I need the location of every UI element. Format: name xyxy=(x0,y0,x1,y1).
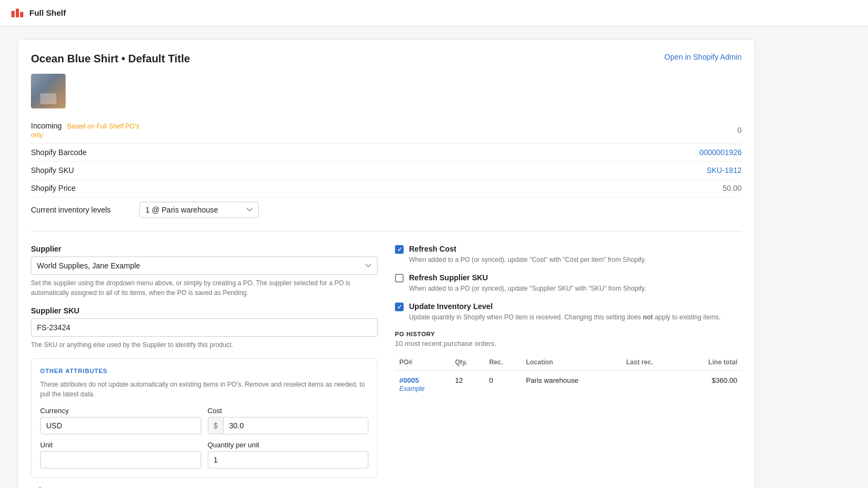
qty-per-unit-input[interactable] xyxy=(208,451,369,468)
inventory-label: Current inventory levels xyxy=(31,206,139,214)
refresh-cost-desc: When added to a PO (or synced), update "… xyxy=(409,255,646,265)
table-row: #0005 Example 12 0 Paris warehouse $360.… xyxy=(395,371,742,399)
currency-label: Currency xyxy=(40,407,201,415)
po-location-cell: Paris warehouse xyxy=(521,371,622,399)
topbar: Full Shelf xyxy=(0,0,868,26)
po-history-subtitle: 10 most recent purchase orders. xyxy=(395,339,742,348)
product-card: Ocean Blue Shirt • Default Title Open in… xyxy=(17,39,755,488)
update-inventory-checkmark: ✓ xyxy=(397,304,402,310)
product-title: Ocean Blue Shirt • Default Title xyxy=(31,53,190,65)
product-image xyxy=(31,74,66,108)
barcode-value: 0000001926 xyxy=(139,148,742,157)
price-row: Shopify Price 50.00 xyxy=(31,179,742,197)
cost-input-wrapper: $ xyxy=(208,417,369,434)
sku-label: Shopify SKU xyxy=(31,166,139,175)
po-qty-cell: 12 xyxy=(451,371,485,399)
col-location: Location xyxy=(521,354,622,371)
col-line-total: Line total xyxy=(680,354,742,371)
update-inventory-title: Update Inventory Level xyxy=(409,302,720,311)
right-column: ✓ Refresh Cost When added to a PO (or sy… xyxy=(395,245,742,398)
refresh-cost-title: Refresh Cost xyxy=(409,245,646,253)
main-content: Ocean Blue Shirt • Default Title Open in… xyxy=(0,26,868,488)
refresh-sku-content: Refresh Supplier SKU When added to a PO … xyxy=(409,273,646,293)
col-po-num: PO# xyxy=(395,354,451,371)
price-label: Shopify Price xyxy=(31,184,139,192)
currency-group: Currency xyxy=(40,407,201,434)
logo-icon xyxy=(9,7,26,20)
po-history-title: PO HISTORY xyxy=(395,331,742,337)
attr-grid: Currency Cost $ Unit xyxy=(40,407,368,468)
cost-label: Cost xyxy=(208,407,369,415)
po-history-section: PO HISTORY 10 most recent purchase order… xyxy=(395,331,742,398)
inventory-select[interactable]: 1 @ Paris warehouse xyxy=(139,202,259,218)
section-divider xyxy=(31,231,742,232)
update-inventory-content: Update Inventory Level Update quantity i… xyxy=(409,302,720,322)
supplier-label: Supplier xyxy=(31,245,378,253)
col-qty: Qty. xyxy=(451,354,485,371)
other-attributes-box: OTHER ATTRIBUTES These attributes do not… xyxy=(31,358,378,478)
po-num-link[interactable]: #0005 xyxy=(399,376,446,384)
update-inventory-desc: Update quantity in Shopify when PO item … xyxy=(409,312,720,322)
qty-per-unit-group: Quantity per unit xyxy=(208,441,369,468)
refresh-sku-checkbox[interactable]: ✓ xyxy=(395,274,404,282)
po-line-total-cell: $360.00 xyxy=(680,371,742,399)
update-inventory-checkbox[interactable]: ✓ xyxy=(395,303,404,311)
refresh-sku-row: ✓ Refresh Supplier SKU When added to a P… xyxy=(395,273,742,293)
cost-input[interactable] xyxy=(224,418,368,434)
price-value: 50.00 xyxy=(139,184,742,192)
supplier-sku-group: Supplier SKU The SKU or anything else us… xyxy=(31,306,378,350)
refresh-cost-content: Refresh Cost When added to a PO (or sync… xyxy=(409,245,646,265)
supplier-group: Supplier World Supplies, Jane Example Se… xyxy=(31,245,378,298)
inventory-row: Current inventory levels 1 @ Paris wareh… xyxy=(31,197,742,222)
supplier-sku-input[interactable] xyxy=(31,318,378,337)
col-rec: Rec. xyxy=(485,354,522,371)
details-grid: Supplier World Supplies, Jane Example Se… xyxy=(31,245,742,488)
po-history-table: PO# Qty. Rec. Location Last rec. Line to… xyxy=(395,354,742,398)
supplier-hint: Set the supplier using the dropdown menu… xyxy=(31,278,378,298)
incoming-value: 0 xyxy=(139,126,742,134)
cost-prefix: $ xyxy=(208,418,224,434)
po-table-header: PO# Qty. Rec. Location Last rec. Line to… xyxy=(395,354,742,371)
refresh-sku-desc: When added to a PO (or synced), update "… xyxy=(409,284,646,293)
product-header: Ocean Blue Shirt • Default Title Open in… xyxy=(31,53,742,65)
currency-input[interactable] xyxy=(40,417,201,434)
unit-input[interactable] xyxy=(40,451,201,468)
po-rec-cell: 0 xyxy=(485,371,522,399)
barcode-label: Shopify Barcode xyxy=(31,148,139,157)
supplier-select[interactable]: World Supplies, Jane Example xyxy=(31,256,378,275)
refresh-cost-checkbox[interactable]: ✓ xyxy=(395,245,404,254)
unit-label: Unit xyxy=(40,441,201,449)
supplier-sku-label: Supplier SKU xyxy=(31,306,378,315)
po-last-rec-cell xyxy=(622,371,680,399)
other-attributes-title: OTHER ATTRIBUTES xyxy=(40,368,368,374)
refresh-sku-title: Refresh Supplier SKU xyxy=(409,273,646,282)
refresh-cost-checkmark: ✓ xyxy=(397,247,402,253)
shopify-admin-link[interactable]: Open in Shopify Admin xyxy=(665,53,742,61)
qty-per-unit-label: Quantity per unit xyxy=(208,441,369,449)
sku-value: SKU-1812 xyxy=(139,166,742,175)
other-attributes-hint: These attributes do not update automatic… xyxy=(40,380,368,399)
refresh-cost-row: ✓ Refresh Cost When added to a PO (or sy… xyxy=(395,245,742,265)
po-num-cell: #0005 Example xyxy=(395,371,451,399)
info-rows: Incoming Based on Full Shelf PO's only 0… xyxy=(31,117,742,222)
cost-group: Cost $ xyxy=(208,407,369,434)
app-logo[interactable]: Full Shelf xyxy=(9,7,66,20)
incoming-label: Incoming Based on Full Shelf PO's only xyxy=(31,121,139,139)
col-last-rec: Last rec. xyxy=(622,354,680,371)
barcode-row: Shopify Barcode 0000001926 xyxy=(31,144,742,162)
supplier-sku-hint: The SKU or anything else used by the Sup… xyxy=(31,340,378,350)
sku-row: Shopify SKU SKU-1812 xyxy=(31,162,742,179)
app-title: Full Shelf xyxy=(29,8,66,17)
update-inventory-row: ✓ Update Inventory Level Update quantity… xyxy=(395,302,742,322)
po-sublabel: Example xyxy=(399,385,425,393)
incoming-row: Incoming Based on Full Shelf PO's only 0 xyxy=(31,117,742,144)
unit-group: Unit xyxy=(40,441,201,468)
product-image-placeholder xyxy=(31,74,66,108)
left-column: Supplier World Supplies, Jane Example Se… xyxy=(31,245,378,488)
